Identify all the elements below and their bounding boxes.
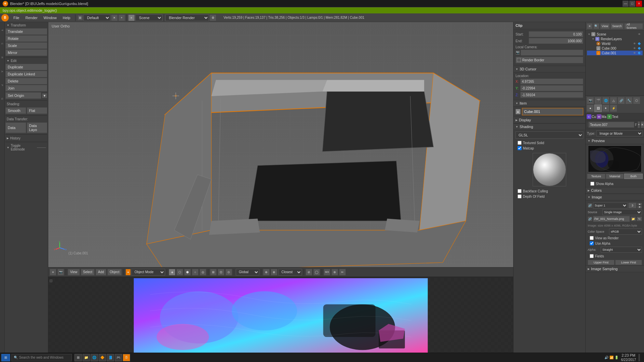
scene-select[interactable]: Scene [136,14,162,21]
blender-taskbar[interactable]: B [123,354,130,361]
set-origin-menu[interactable]: ▾ [42,93,47,98]
maximize-button[interactable]: □ [629,1,635,7]
minimize-button[interactable]: — [623,1,629,7]
matcap-check[interactable] [518,146,522,150]
magnet-btn[interactable]: ⊗ [271,269,277,276]
use-alpha-check[interactable] [590,241,594,245]
viewport-camera-icon[interactable]: 📷 [57,269,64,276]
texture-tab[interactable]: Texture [587,174,605,179]
snap-type[interactable]: Closest [278,269,302,276]
tree-cube001[interactable]: △ Cube.001 👁 🔷 [587,51,643,55]
taskview-btn[interactable]: ⊞ [74,354,82,361]
item-name-input[interactable] [522,108,583,115]
ortho-persp-btn[interactable]: ⊞ [210,269,217,276]
delete-button[interactable]: Delete [5,78,47,84]
add-menu[interactable]: Add [96,269,106,276]
texture-new-btn[interactable]: + [638,121,640,128]
render-settings-icon[interactable]: ⚙ [210,14,216,21]
menu-file[interactable]: File [11,14,22,21]
uv-editor[interactable] [48,278,513,353]
image-dn-btn[interactable]: ▼ [637,206,642,208]
file-reload-btn[interactable]: ↻ [637,217,642,221]
texture-type-select[interactable]: Image or Movie [596,130,643,136]
image-frames-select[interactable]: Super 1 [593,202,628,208]
show-alpha-check[interactable] [590,182,594,186]
animation-icon[interactable]: A [0,65,4,78]
mode-select[interactable]: Object Mode [131,269,165,276]
grease-pencil-icon[interactable]: G [0,92,4,106]
material-props-icon[interactable]: ● [587,105,594,112]
world-props-icon[interactable]: 🌐 [602,97,609,104]
mirror-x-btn[interactable]: MX [324,269,330,276]
file-browse-btn[interactable]: 📁 [631,217,636,221]
scene-eye[interactable]: 👁 [637,32,641,36]
textured-solid-check[interactable] [518,141,522,145]
end-input[interactable] [529,38,583,44]
cursor-x[interactable] [520,78,583,84]
physics-props-icon[interactable]: ⚡ [610,105,617,112]
view-menu[interactable]: View [68,269,80,276]
world-render[interactable]: 🔷 [637,42,641,46]
backface-culling-check[interactable] [518,189,522,193]
shading-section-header[interactable]: ▼ Shading [514,123,585,130]
world-eye[interactable]: 👁 [633,42,637,46]
preview-section[interactable]: ▼ Preview [586,137,644,144]
upper-first-btn[interactable]: Upper First [588,260,614,265]
texture-props-icon[interactable]: 🖼 [594,105,602,112]
create-icon[interactable]: C [0,37,4,51]
join-button[interactable]: Join [5,85,47,92]
data-layo-button[interactable]: Data Layo [27,122,48,133]
flat-button[interactable]: Flat [27,107,48,114]
relations-icon[interactable]: R [0,51,4,64]
shading-mode-select[interactable]: GLSL [516,131,583,139]
tree-world[interactable]: ● World 👁 🔷 [587,41,643,46]
start-button[interactable]: ⊞ [1,354,10,361]
material-tab[interactable]: Material [606,174,624,179]
menu-render[interactable]: Render [23,14,40,21]
overlay-btn[interactable]: ⊡ [218,269,224,276]
show-desktop-btn[interactable] [639,354,640,361]
texture-del-btn[interactable]: ✕ [641,121,644,128]
duplicate-button[interactable]: Duplicate [5,64,47,70]
solid-shading-btn[interactable]: ◈ [169,269,175,276]
view-as-render-check[interactable] [590,236,594,240]
cube001-eye[interactable]: 👁 [633,51,637,55]
renderer-select[interactable]: Blender Render [165,14,209,21]
viewport-3d[interactable]: User Ortho X Y Z [48,22,513,267]
object-menu[interactable]: Object [107,269,122,276]
cursor-z[interactable] [520,92,583,98]
data-button[interactable]: Data [5,122,26,133]
render-border-btn[interactable]: Render Border [516,57,583,63]
translate-button[interactable]: Translate [5,28,47,35]
wire-shading-btn[interactable]: ⬡ [176,269,183,276]
colors-section[interactable]: ▶ Colors [586,187,644,194]
physics-icon[interactable]: P [0,78,4,92]
onion-btn[interactable]: ⊛ [331,269,338,276]
explorer-btn[interactable]: 📁 [83,354,90,361]
cursor-section-header[interactable]: ▼ 3D Cursor [514,66,585,72]
data-props-icon[interactable]: ⬡ [633,97,640,104]
tree-renderlayers[interactable]: ▾ R RenderLayers [587,37,643,41]
scale-button[interactable]: Scale [5,42,47,49]
layout-add-btn[interactable]: + [118,14,125,21]
mirror-button[interactable]: Mirror [5,49,47,56]
depth-of-field-check[interactable] [518,194,522,198]
app-4[interactable]: 📘 [107,354,114,361]
mat-shading-btn[interactable]: ○ [192,269,199,276]
display-section-header[interactable]: ▶ Display [514,117,585,123]
scene-props-icon[interactable]: 🎬 [594,97,602,104]
image-sampling-section[interactable]: ▶ Image Sampling [586,265,644,272]
source-select[interactable]: Single Image [602,209,642,215]
menu-window[interactable]: Window [41,14,59,21]
search-bar[interactable]: 🔍 Search the web and Windows [11,354,72,361]
tree-cube000[interactable]: △ Cube.000 👁 🔷 [587,46,643,51]
xray-btn[interactable]: ⊙ [225,269,232,276]
viewport-menu-icon[interactable]: ≡ [50,269,56,276]
cube001-render[interactable]: 🔷 [637,51,641,55]
lower-first-btn[interactable]: Lower First [615,260,642,265]
modifiers-icon[interactable]: 🔧 [625,97,633,104]
local-camera-input[interactable] [521,50,583,56]
both-tab[interactable]: Both [624,174,643,179]
image-up-btn[interactable]: ▲ [637,203,642,205]
frames-value-input[interactable] [628,202,637,208]
